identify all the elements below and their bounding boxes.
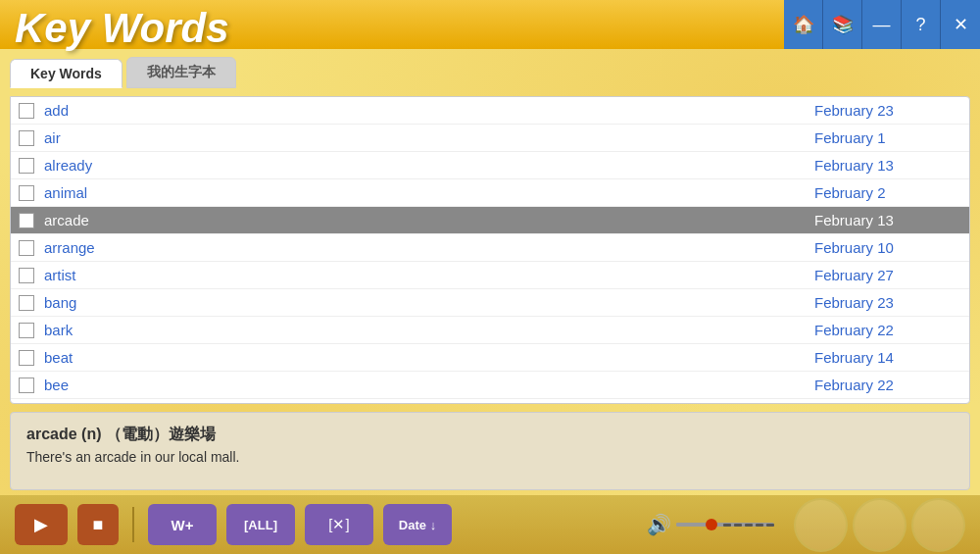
volume-dashes: [723, 524, 774, 527]
volume-dash-2: [734, 524, 742, 527]
word-row[interactable]: arrangeFebruary 10: [11, 234, 969, 262]
definition-sentence: There's an arcade in our local mall.: [26, 449, 954, 465]
word-date: February 23: [814, 294, 961, 311]
word-text: arcade: [44, 212, 814, 228]
stop-button[interactable]: ■: [77, 504, 119, 545]
word-checkbox[interactable]: [19, 378, 34, 393]
cross-bracket: [✕]: [328, 516, 349, 533]
word-row[interactable]: barkFebruary 22: [11, 317, 969, 344]
volume-dash-3: [745, 524, 753, 527]
word-date: February 1: [814, 129, 961, 146]
volume-dash-1: [723, 524, 731, 527]
word-text: arrange: [44, 239, 814, 256]
tab-my-vocab[interactable]: 我的生字本: [126, 57, 236, 88]
volume-dot[interactable]: [706, 519, 717, 530]
word-date: February 10: [814, 239, 961, 256]
word-text: bark: [44, 322, 814, 338]
word-row[interactable]: beatFebruary 14: [11, 344, 969, 372]
word-checkbox[interactable]: [19, 103, 34, 119]
add-word-button[interactable]: W+: [148, 504, 217, 545]
home-nav-button[interactable]: 🏠: [784, 0, 823, 49]
app-title: Key Words: [15, 8, 229, 49]
toolbar-divider: [132, 507, 134, 542]
title-area: Key Words 單字學習: [0, 0, 784, 49]
volume-dash-5: [766, 524, 774, 527]
toolbar: ▶ ■ W+ [ALL] [✕] Date ↓ 🔊: [0, 495, 980, 554]
word-text: animal: [44, 184, 814, 201]
word-date: February 14: [814, 349, 961, 366]
word-date: February 22: [814, 377, 961, 393]
word-list-panel: addFebruary 23airFebruary 1alreadyFebrua…: [10, 96, 970, 404]
word-date: February 27: [814, 267, 961, 283]
word-text: add: [44, 102, 814, 119]
word-date: February 13: [814, 157, 961, 174]
circle-btn-3[interactable]: [911, 498, 965, 552]
word-row[interactable]: bidFebruary 22: [11, 399, 969, 403]
circle-btn-1[interactable]: [794, 498, 848, 552]
word-row[interactable]: alreadyFebruary 13: [11, 152, 969, 179]
def-chinese: （電動）遊樂場: [106, 426, 216, 442]
def-word-text: arcade: [26, 426, 77, 442]
word-text: air: [44, 129, 814, 146]
word-checkbox[interactable]: [19, 158, 34, 174]
circle-btn-2[interactable]: [853, 498, 906, 552]
wplus-icon: W+: [172, 517, 194, 533]
nav-icon-bar: 🏠 📚 — ? ✕: [784, 0, 980, 49]
word-checkbox[interactable]: [19, 268, 34, 283]
word-row[interactable]: bangFebruary 23: [11, 289, 969, 317]
word-checkbox[interactable]: [19, 185, 34, 201]
date-sort-icon: Date ↓: [399, 518, 436, 532]
word-row[interactable]: airFebruary 1: [11, 125, 969, 152]
word-checkbox[interactable]: [19, 323, 34, 338]
word-text: beat: [44, 349, 814, 366]
play-button[interactable]: ▶: [15, 504, 68, 545]
tab-bar: Key Words 我的生字本: [10, 57, 970, 88]
word-date: February 22: [814, 322, 961, 338]
volume-fill: [676, 523, 706, 527]
main-content: Key Words 我的生字本 addFebruary 23airFebruar…: [10, 49, 970, 490]
definition-panel: arcade (n) （電動）遊樂場 There's an arcade in …: [10, 412, 970, 490]
word-date: February 2: [814, 184, 961, 201]
select-all-button[interactable]: [ALL]: [226, 504, 295, 545]
close-nav-button[interactable]: ✕: [941, 0, 980, 49]
word-checkbox[interactable]: [19, 350, 34, 366]
right-circles: [794, 498, 965, 552]
all-bracket-left: [: [244, 518, 248, 532]
volume-track[interactable]: [676, 523, 774, 527]
word-checkbox[interactable]: [19, 130, 34, 146]
word-date: February 23: [814, 102, 961, 119]
word-text: bang: [44, 294, 814, 311]
word-row[interactable]: artistFebruary 27: [11, 262, 969, 289]
word-row[interactable]: animalFebruary 2: [11, 179, 969, 207]
sort-date-button[interactable]: Date ↓: [383, 504, 452, 545]
word-row[interactable]: addFebruary 23: [11, 97, 969, 125]
word-text: bee: [44, 377, 814, 393]
word-row[interactable]: arcadeFebruary 13: [11, 207, 969, 234]
volume-icon: 🔊: [647, 513, 671, 536]
word-text: already: [44, 157, 814, 174]
help-nav-button[interactable]: ?: [902, 0, 941, 49]
volume-dash-4: [756, 524, 763, 527]
definition-word: arcade (n) （電動）遊樂場: [26, 425, 954, 445]
word-checkbox[interactable]: [19, 295, 34, 311]
volume-control: 🔊: [647, 513, 774, 536]
tab-key-words[interactable]: Key Words: [10, 59, 122, 88]
header: Key Words 單字學習 🏠 📚 — ? ✕: [0, 0, 980, 49]
word-checkbox[interactable]: [19, 213, 34, 228]
library-nav-button[interactable]: 📚: [823, 0, 862, 49]
word-text: artist: [44, 267, 814, 283]
word-row[interactable]: beeFebruary 22: [11, 372, 969, 399]
word-date: February 13: [814, 212, 961, 228]
word-checkbox[interactable]: [19, 240, 34, 256]
word-list-scroll[interactable]: addFebruary 23airFebruary 1alreadyFebrua…: [11, 97, 969, 403]
minimize-nav-button[interactable]: —: [862, 0, 902, 49]
all-bracket-right: ]: [273, 518, 277, 532]
deselect-button[interactable]: [✕]: [305, 504, 373, 545]
def-pos: (n): [81, 426, 101, 442]
